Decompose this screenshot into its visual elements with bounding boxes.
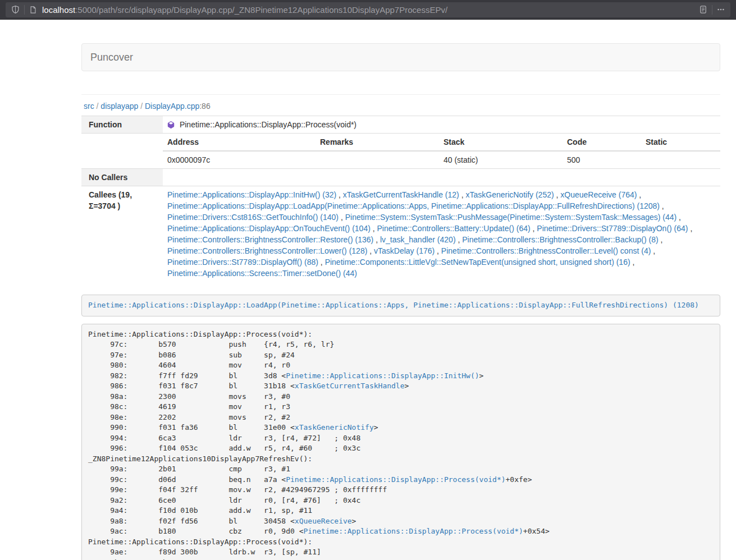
breadcrumb-link[interactable]: displayapp <box>100 102 138 111</box>
symbol-metrics-table: AddressRemarksStackCodeStatic 0x0000097c… <box>163 134 720 168</box>
symbol-link[interactable]: xTaskGetCurrentTaskHandle <box>295 382 405 390</box>
function-row: Function Pinetime::Applications::Display… <box>81 116 720 134</box>
symbol-link[interactable]: xTaskGenericNotify <box>295 423 374 432</box>
callees-list: Pinetime::Applications::DisplayApp::Init… <box>163 186 720 282</box>
column-header-stack: Stack <box>439 134 563 151</box>
no-callers-label: No Callers <box>81 169 163 186</box>
column-header-remarks: Remarks <box>316 134 439 151</box>
reader-mode-icon[interactable] <box>699 5 707 14</box>
function-name: Pinetime::Applications::DisplayApp::Proc… <box>180 120 356 129</box>
callee-link[interactable]: Pinetime::Drivers::St7789::DisplayOff() … <box>167 258 318 267</box>
url-text: localhost:5000/path/src/displayapp/Displ… <box>42 5 699 15</box>
callee-link[interactable]: Pinetime::Applications::DisplayApp::Load… <box>167 201 660 210</box>
callee-link[interactable]: xTaskGetCurrentTaskHandle (12) <box>343 190 459 199</box>
breadcrumb-separator: / <box>138 102 145 111</box>
callee-link[interactable]: vTaskDelay (176) <box>374 246 435 255</box>
column-header-static: Static <box>641 134 720 151</box>
breadcrumb: src / displayapp / DisplayApp.cpp:86 <box>81 100 720 112</box>
disassembly-block: Pinetime::Applications::DisplayApp::Proc… <box>81 324 720 560</box>
callee-link[interactable]: Pinetime::Applications::DisplayApp::Init… <box>167 190 336 199</box>
brand-link[interactable]: Puncover <box>82 52 141 63</box>
callee-link[interactable]: Pinetime::Controllers::BrightnessControl… <box>462 235 658 244</box>
callee-highlight-link[interactable]: Pinetime::Applications::DisplayApp::Load… <box>88 301 699 309</box>
callee-link[interactable]: xTaskGenericNotify (252) <box>465 190 554 199</box>
page-content: Puncover src / displayapp / DisplayApp.c… <box>81 43 720 560</box>
more-options-icon[interactable] <box>717 6 725 13</box>
url-bar[interactable]: localhost:5000/path/src/displayapp/Displ… <box>6 2 730 17</box>
url-host: localhost <box>42 5 75 15</box>
column-header-code: Code <box>563 134 641 151</box>
breadcrumb-link[interactable]: DisplayApp.cpp <box>145 102 199 111</box>
function-info-table: Function Pinetime::Applications::Display… <box>81 116 720 282</box>
divider <box>81 94 720 95</box>
shield-icon[interactable] <box>11 5 20 14</box>
metric-value: 0x0000097c <box>163 151 316 168</box>
symbol-link[interactable]: Pinetime::Applications::DisplayApp::Init… <box>286 371 479 380</box>
callee-link[interactable]: Pinetime::Components::LittleVgl::SetNewT… <box>325 258 630 267</box>
metric-value <box>641 151 720 168</box>
callees-label: Callees (19, Σ=3704 ) <box>81 186 163 282</box>
line-number: :86 <box>199 102 210 111</box>
callee-link[interactable]: Pinetime::Drivers::St7789::DisplayOn() (… <box>537 224 688 233</box>
column-header-address: Address <box>163 134 316 151</box>
callees-row: Callees (19, Σ=3704 ) Pinetime::Applicat… <box>81 186 720 282</box>
callee-link[interactable]: Pinetime::Controllers::BrightnessControl… <box>441 246 651 255</box>
no-callers-row: No Callers <box>81 169 720 186</box>
page-icon[interactable] <box>29 6 37 14</box>
url-path: :5000/path/src/displayapp/DisplayApp.cpp… <box>75 5 447 15</box>
selected-callee-box: Pinetime::Applications::DisplayApp::Load… <box>81 295 720 316</box>
callee-link[interactable]: lv_task_handler (420) <box>380 235 456 244</box>
symbol-link[interactable]: Pinetime::Applications::DisplayApp::Proc… <box>286 475 505 484</box>
callee-link[interactable]: Pinetime::Controllers::BrightnessControl… <box>167 235 373 244</box>
callee-link[interactable]: Pinetime::Controllers::Battery::Update()… <box>377 224 531 233</box>
function-label: Function <box>81 116 163 134</box>
package-icon <box>167 120 177 129</box>
function-name-cell: Pinetime::Applications::DisplayApp::Proc… <box>163 116 720 134</box>
metric-value: 40 (static) <box>439 151 563 168</box>
urlbar-separator <box>712 5 712 15</box>
callee-link[interactable]: xQueueReceive (764) <box>560 190 637 199</box>
metrics-row: AddressRemarksStackCodeStatic 0x0000097c… <box>81 134 720 169</box>
callee-link[interactable]: Pinetime::Applications::Screens::Timer::… <box>167 269 357 278</box>
breadcrumb-link[interactable]: src <box>84 102 94 111</box>
browser-toolbar: localhost:5000/path/src/displayapp/Displ… <box>0 0 736 20</box>
metric-value: 500 <box>563 151 641 168</box>
symbol-link[interactable]: xQueueReceive <box>295 517 352 525</box>
callee-link[interactable]: Pinetime::Applications::DisplayApp::OnTo… <box>167 224 371 233</box>
urlbar-separator <box>24 5 25 15</box>
symbol-link[interactable]: Pinetime::Applications::DisplayApp::Proc… <box>304 527 523 535</box>
metric-value <box>316 151 439 168</box>
breadcrumb-separator: / <box>94 102 101 111</box>
callee-link[interactable]: Pinetime::System::SystemTask::PushMessag… <box>345 213 677 222</box>
callee-link[interactable]: Pinetime::Controllers::BrightnessControl… <box>167 246 367 255</box>
navbar: Puncover <box>81 43 720 71</box>
callee-link[interactable]: Pinetime::Drivers::Cst816S::GetTouchInfo… <box>167 213 339 222</box>
empty-label <box>81 134 163 169</box>
